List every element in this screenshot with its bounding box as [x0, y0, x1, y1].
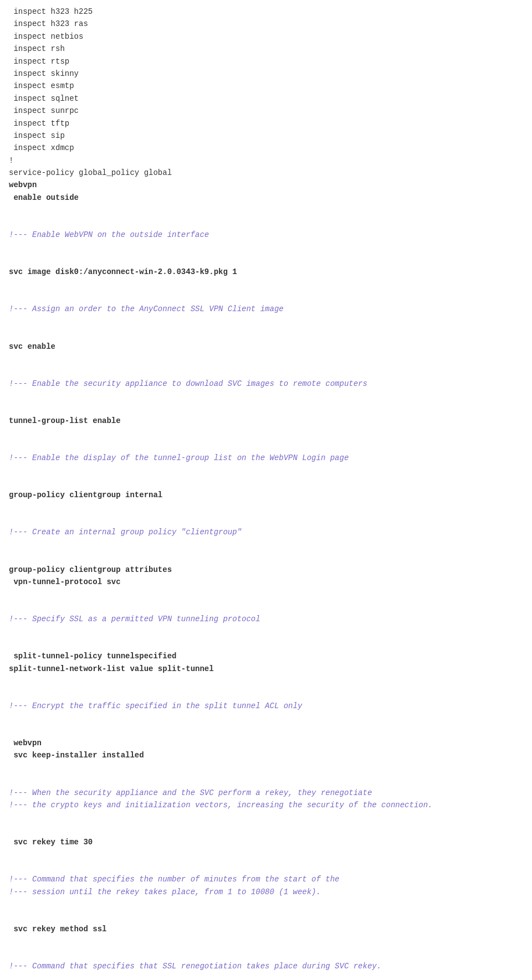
code-line: inspect rsh — [9, 44, 65, 53]
code-line: !--- Create an internal group policy "cl… — [9, 528, 242, 537]
code-line: svc image disk0:/anyconnect-win-2.0.0343… — [9, 267, 237, 276]
code-line: vpn-tunnel-protocol svc — [9, 577, 121, 586]
code-line: group-policy clientgroup internal — [9, 491, 162, 499]
code-line: svc enable — [9, 342, 55, 351]
code-line: inspect rtsp — [9, 57, 69, 66]
code-content: inspect h323 h225 inspect h323 ras inspe… — [9, 6, 523, 980]
code-line: !--- When the security appliance and the… — [9, 788, 372, 797]
code-line: svc keep-installer installed — [9, 751, 144, 760]
code-line: webvpn — [9, 180, 37, 189]
code-line: !--- session until the rekey takes place… — [9, 888, 321, 896]
code-line: inspect h323 h225 — [9, 7, 93, 16]
code-line: !--- Specify SSL as a permitted VPN tunn… — [9, 615, 260, 623]
code-line: !--- Encrypt the traffic specified in th… — [9, 702, 302, 710]
code-line: !--- the crypto keys and initialization … — [9, 801, 433, 809]
code-line: ! — [9, 156, 13, 165]
code-line: !--- Enable WebVPN on the outside interf… — [9, 230, 209, 239]
code-line: group-policy clientgroup attributes — [9, 565, 172, 574]
code-line: webvpn — [9, 739, 42, 747]
code-line: svc rekey method ssl — [9, 925, 106, 933]
code-line: inspect sqlnet — [9, 94, 79, 103]
code-line: inspect h323 ras — [9, 19, 88, 28]
code-line: inspect tftp — [9, 119, 69, 128]
code-line: inspect netbios — [9, 32, 83, 41]
code-line: service-policy global_policy global — [9, 168, 172, 177]
code-line: !--- Enable the display of the tunnel-gr… — [9, 453, 349, 462]
code-line: inspect skinny — [9, 69, 79, 78]
code-line: split-tunnel-policy tunnelspecified — [9, 652, 176, 661]
code-line: inspect esmtp — [9, 81, 74, 90]
code-line: inspect xdmcp — [9, 143, 74, 152]
code-line: enable outside — [9, 193, 79, 202]
code-line: !--- Command that specifies that SSL ren… — [9, 962, 381, 971]
code-line: inspect sunrpc — [9, 106, 79, 115]
code-line: !--- Command that specifies the number o… — [9, 875, 340, 884]
code-line: svc rekey time 30 — [9, 838, 93, 847]
code-line: !--- Enable the security appliance to do… — [9, 379, 367, 388]
code-line: inspect sip — [9, 131, 65, 140]
code-line: split-tunnel-network-list value split-tu… — [9, 664, 214, 673]
code-line: !--- Assign an order to the AnyConnect S… — [9, 305, 284, 313]
code-line: tunnel-group-list enable — [9, 416, 121, 425]
